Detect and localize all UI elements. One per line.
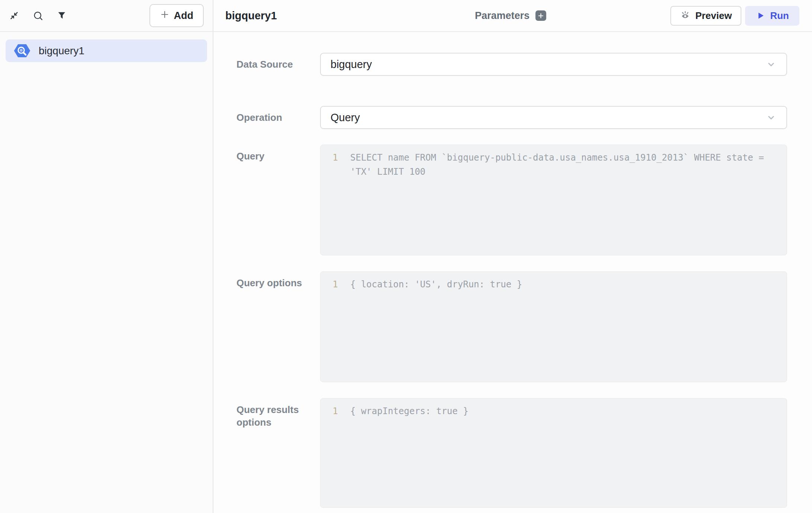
query-results-options-row: Query results options 1 { wrapIntegers: …: [236, 398, 787, 508]
query-form: Data Source bigquery Operation: [213, 32, 812, 508]
preview-button[interactable]: Preview: [670, 6, 741, 26]
data-source-value: bigquery: [331, 58, 372, 71]
filter-icon: [57, 11, 67, 20]
preview-button-label: Preview: [695, 10, 732, 22]
line-number: 1: [320, 404, 350, 418]
chevron-down-icon: [766, 112, 777, 123]
plus-icon: [537, 12, 544, 19]
query-list-item-bigquery1[interactable]: bigquery1: [6, 39, 207, 62]
query-header: bigquery1 Parameters: [213, 0, 812, 32]
query-list: bigquery1: [0, 32, 213, 70]
query-detail-panel: bigquery1 Parameters: [213, 0, 812, 513]
sidebar-toolbar: Add: [0, 0, 213, 32]
parameters-group: Parameters: [475, 10, 546, 22]
collapse-panel-button[interactable]: [7, 8, 22, 23]
operation-value: Query: [331, 112, 360, 124]
query-results-options-placeholder: { wrapIntegers: true }: [350, 404, 787, 418]
query-list-sidebar: Add bigquery1: [0, 0, 213, 513]
query-item-label: bigquery1: [39, 45, 84, 57]
run-button-label: Run: [770, 10, 789, 22]
eye-icon: [680, 10, 690, 21]
query-label: Query: [236, 145, 320, 255]
chevron-down-icon: [766, 59, 777, 70]
query-results-options-label: Query results options: [236, 398, 320, 508]
add-button-label: Add: [174, 10, 193, 22]
operation-select[interactable]: Query: [320, 106, 787, 129]
data-source-row: Data Source bigquery: [236, 53, 787, 76]
query-editor-app: Add bigquery1 bigquery1 P: [0, 0, 812, 513]
query-options-row: Query options 1 { location: 'US', dryRun…: [236, 271, 787, 382]
plus-icon: [160, 10, 170, 22]
operation-label: Operation: [236, 106, 320, 129]
line-number: 1: [320, 151, 350, 165]
search-icon: [33, 10, 44, 21]
header-actions: Preview Run: [670, 6, 799, 26]
query-placeholder: SELECT name FROM `bigquery-public-data.u…: [350, 151, 787, 179]
run-button[interactable]: Run: [745, 6, 799, 26]
add-parameter-button[interactable]: [535, 10, 546, 21]
search-button[interactable]: [30, 8, 45, 23]
data-source-select[interactable]: bigquery: [320, 53, 787, 76]
line-number: 1: [320, 277, 350, 291]
add-query-button[interactable]: Add: [149, 4, 204, 27]
filter-button[interactable]: [54, 8, 69, 23]
data-source-label: Data Source: [236, 53, 320, 76]
query-options-placeholder: { location: 'US', dryRun: true }: [350, 277, 787, 291]
query-results-options-editor[interactable]: 1 { wrapIntegers: true }: [320, 398, 787, 508]
query-options-label: Query options: [236, 271, 320, 382]
query-options-editor[interactable]: 1 { location: 'US', dryRun: true }: [320, 271, 787, 382]
play-icon: [755, 11, 765, 20]
query-title: bigquery1: [225, 10, 277, 22]
collapse-icon: [9, 10, 19, 21]
parameters-label: Parameters: [475, 10, 529, 22]
query-code-editor[interactable]: 1 SELECT name FROM `bigquery-public-data…: [320, 145, 787, 255]
operation-row: Operation Query: [236, 106, 787, 129]
bigquery-icon: [14, 42, 30, 59]
query-row: Query 1 SELECT name FROM `bigquery-publi…: [236, 145, 787, 255]
